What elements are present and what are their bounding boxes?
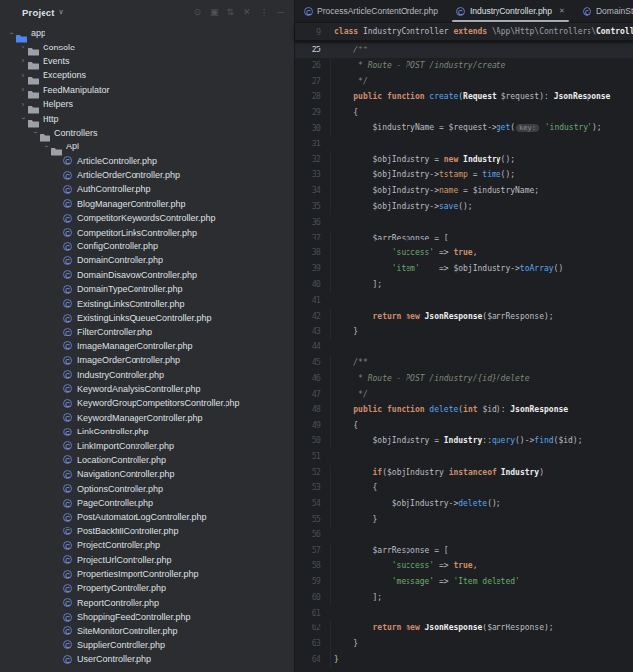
tree-item-file[interactable]: CReportController.php: [0, 596, 294, 610]
code-line[interactable]: 35 $objIndustry->save();: [295, 199, 633, 215]
tree-item-file[interactable]: CBlogManagerController.php: [0, 197, 294, 211]
tree-item-file[interactable]: CLinkController.php: [0, 425, 294, 438]
tree-item-file[interactable]: CKeywordAnalysisController.php: [0, 382, 294, 396]
code-line[interactable]: 40 ];: [295, 277, 633, 293]
project-tree[interactable]: ›app›Console›Events›Exceptions›FeedManip…: [0, 26, 294, 672]
code-line[interactable]: 50 $objIndustry = Industry::query()->fin…: [295, 433, 633, 449]
tree-item-file[interactable]: CArticleOrderController.php: [0, 168, 294, 182]
tree-item-folder[interactable]: ›Http: [0, 111, 294, 125]
tree-item-file[interactable]: CFilterController.php: [0, 325, 294, 338]
tree-item-folder[interactable]: ›Helpers: [0, 97, 294, 111]
code-line[interactable]: 51: [295, 449, 633, 465]
tree-item-file[interactable]: CLinkImportController.php: [0, 438, 294, 452]
code-line[interactable]: 36: [295, 215, 633, 231]
tree-item-folder[interactable]: ›Controllers: [0, 126, 294, 140]
editor-area[interactable]: CProcessArticleContentOrder.phpCIndustry…: [295, 0, 633, 672]
tree-item-file[interactable]: CShoppingFeedController.php: [0, 610, 294, 624]
select-opened-file-icon[interactable]: ▣: [210, 8, 219, 17]
tree-item-file[interactable]: CPostAutomatorLogController.php: [0, 510, 294, 524]
chevron-icon[interactable]: ›: [18, 44, 28, 50]
locate-file-icon[interactable]: ⊙: [193, 8, 201, 17]
code-line[interactable]: 56: [295, 528, 633, 543]
more-options-icon[interactable]: ⋮: [260, 8, 269, 17]
code-lines[interactable]: 25 /**26 * Route - POST /industry/create…: [295, 40, 633, 668]
tree-item-file[interactable]: CPropertyController.php: [0, 581, 294, 595]
code-line[interactable]: 27 */: [295, 74, 633, 90]
tree-item-file[interactable]: CKeywordGroupCompetitorsController.php: [0, 396, 294, 410]
code-line[interactable]: 25 /**: [295, 43, 633, 58]
code-line[interactable]: 64}: [295, 652, 633, 668]
tree-item-file[interactable]: CProjectController.php: [0, 538, 294, 552]
tree-item-file[interactable]: CIndustryController.php: [0, 367, 294, 381]
close-icon[interactable]: ✕: [559, 7, 565, 15]
code-line[interactable]: 57 $arrResponse = [: [295, 543, 633, 559]
code-line[interactable]: 52 if($objIndustry instanceof Industry): [295, 465, 633, 481]
code-line[interactable]: 54 $objIndustry->delete();: [295, 496, 633, 512]
chevron-icon[interactable]: ›: [20, 114, 27, 124]
tree-item-file[interactable]: CConfigController.php: [0, 240, 294, 253]
tree-item-folder[interactable]: ›Exceptions: [0, 68, 294, 82]
project-panel-title[interactable]: Project: [22, 7, 55, 18]
tree-item-file[interactable]: CDomainController.php: [0, 253, 294, 267]
tree-item-file[interactable]: CSiteMonitorController.php: [0, 624, 294, 637]
tree-item-file[interactable]: CSupplierController.php: [0, 638, 294, 652]
code-line[interactable]: 31: [295, 137, 633, 152]
tree-item-file[interactable]: CCompetitorKeywordsController.php: [0, 211, 294, 225]
code-line[interactable]: 38 'success' => true,: [295, 245, 633, 261]
tree-item-folder[interactable]: ›Console: [0, 40, 294, 53]
tree-item-file[interactable]: CLocationController.php: [0, 453, 294, 467]
tree-item-file[interactable]: CArticleController.php: [0, 154, 294, 168]
tree-item-file[interactable]: CDomainTypeController.php: [0, 282, 294, 296]
code-line[interactable]: 34 $objIndustry->name = $industryName;: [295, 183, 633, 199]
tree-item-file[interactable]: CPropertiesImportController.php: [0, 567, 294, 581]
code-line[interactable]: 42 return new JsonResponse($arrResponse)…: [295, 309, 633, 325]
code-line[interactable]: 49 {: [295, 418, 633, 433]
editor-tab[interactable]: CDomainStat: [574, 0, 633, 22]
code-line[interactable]: 55 }: [295, 512, 633, 528]
tree-item-file[interactable]: CProjectUrlController.php: [0, 552, 294, 566]
tree-item-file[interactable]: CDomainDisavowController.php: [0, 268, 294, 282]
code-line[interactable]: 47 */: [295, 387, 633, 403]
code-line[interactable]: 43 }: [295, 324, 633, 339]
tree-item-file[interactable]: CCompetitorLinksController.php: [0, 225, 294, 239]
tree-item-file[interactable]: CUserController.php: [0, 652, 294, 666]
code-line[interactable]: 32 $objIndustry = new Industry();: [295, 152, 633, 168]
chevron-icon[interactable]: ›: [32, 128, 39, 138]
code-line[interactable]: 33 $objIndustry->tstamp = time();: [295, 167, 633, 183]
code-line[interactable]: 41: [295, 293, 633, 309]
code-line[interactable]: 30 $industryName = $request->get(key: 'i…: [295, 121, 633, 137]
code-line[interactable]: 61: [295, 606, 633, 622]
chevron-icon[interactable]: ›: [44, 142, 50, 151]
tree-item-file[interactable]: CImageManagerController.php: [0, 339, 294, 353]
code-line[interactable]: 62 return new JsonResponse($arrResponse)…: [295, 621, 633, 636]
tree-item-folder[interactable]: ›FeedManipulator: [0, 83, 294, 97]
code-line[interactable]: 39 'item' => $objIndustry->toArray(): [295, 261, 633, 277]
tree-item-folder[interactable]: ›Api: [0, 140, 294, 153]
tree-item-file[interactable]: CNavigationController.php: [0, 467, 294, 481]
code-line[interactable]: 53 {: [295, 480, 633, 496]
code-line[interactable]: 44: [295, 339, 633, 355]
collapse-all-icon[interactable]: ✕: [243, 8, 251, 17]
code-line[interactable]: 63 }: [295, 636, 633, 652]
editor-tab[interactable]: CProcessArticleContentOrder.php: [295, 0, 447, 22]
expand-collapse-icon[interactable]: ⇅: [227, 8, 235, 17]
editor-tab-active[interactable]: CIndustryController.php✕: [447, 0, 574, 22]
code-line[interactable]: 48 public function delete(int $id): Json…: [295, 402, 633, 418]
code-line[interactable]: 29 {: [295, 105, 633, 121]
code-line[interactable]: 45 /**: [295, 355, 633, 371]
code-line[interactable]: 46 * Route - POST /industry/{id}/delete: [295, 371, 633, 387]
tree-item-file[interactable]: COptionsController.php: [0, 482, 294, 496]
chevron-icon[interactable]: ›: [18, 86, 28, 93]
code-line[interactable]: 26 * Route - POST /industry/create: [295, 58, 633, 74]
tree-item-file[interactable]: CKeywordManagerController.php: [0, 411, 294, 425]
code-line[interactable]: 58 'success' => true,: [295, 558, 633, 574]
tree-item-file[interactable]: CAuthController.php: [0, 182, 294, 196]
tree-item-file[interactable]: CExistingLinksQueueController.php: [0, 311, 294, 325]
tree-item-folder[interactable]: ›app: [0, 26, 294, 40]
tree-item-file[interactable]: CPostBackfillController.php: [0, 525, 294, 538]
code-line[interactable]: 37 $arrResponse = [: [295, 231, 633, 246]
hide-panel-icon[interactable]: ─: [278, 8, 284, 17]
tree-item-file[interactable]: CExistingLinksController.php: [0, 296, 294, 310]
chevron-icon[interactable]: ›: [18, 57, 28, 64]
code-line[interactable]: 59 'message' => 'Item deleted': [295, 574, 633, 590]
